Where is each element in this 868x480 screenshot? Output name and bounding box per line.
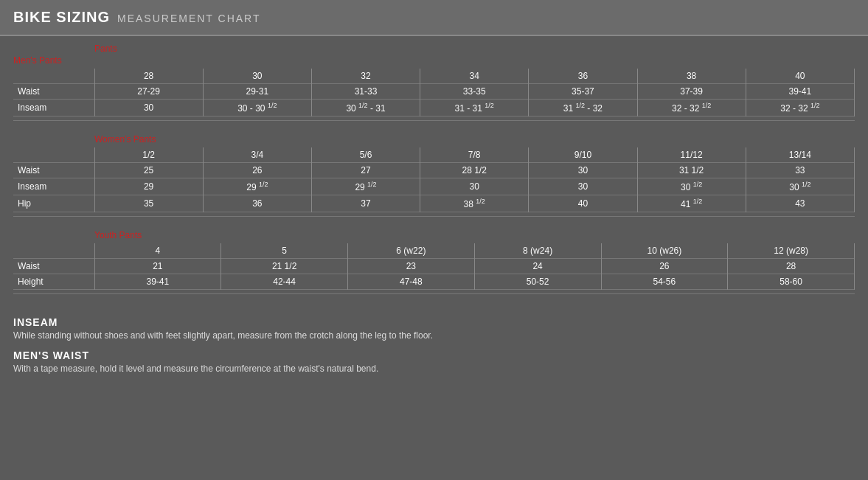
- content: Pants Men's Pants 28 30 32 34 36 38 40 W…: [0, 36, 868, 397]
- mens-pants-size-28: 28: [94, 69, 203, 84]
- youth-pants-spacer: [13, 290, 855, 294]
- mens-pants-inseam-row: Inseam 30 30 - 30 1/2 30 1/2 - 31 31 - 3…: [13, 100, 855, 116]
- youth-pants-title: Youth Pants: [94, 230, 855, 240]
- mens-pants-size-row: 28 30 32 34 36 38 40: [13, 69, 855, 84]
- header-subtitle: MEASUREMENT CHART: [117, 13, 261, 24]
- womens-size-1314: 13/14: [746, 147, 854, 163]
- womens-pants-table: 1/2 3/4 5/6 7/8 9/10 11/12 13/14 Waist 2…: [13, 147, 855, 217]
- inseam-description: While standing without shoes and with fe…: [13, 330, 855, 341]
- youth-size-8: 8 (w24): [474, 243, 601, 259]
- womens-size-56: 5/6: [311, 147, 420, 163]
- mens-pants-size-40: 40: [746, 69, 854, 84]
- pants-category-label: Pants: [94, 44, 855, 54]
- mens-pants-spacer: [13, 116, 855, 121]
- womens-pants-inseam-row: Inseam 29 29 1/2 29 1/2 30 30 30 1/2 30 …: [13, 178, 855, 195]
- youth-pants-section: Youth Pants 4 5 6 (w22) 8 (w24) 10 (w26)…: [13, 230, 855, 294]
- mens-pants-size-34: 34: [420, 69, 529, 84]
- mens-waist-description: With a tape measure, hold it level and m…: [13, 364, 855, 374]
- inseam-title: INSEAM: [13, 316, 855, 328]
- measurements-section: INSEAM While standing without shoes and …: [13, 309, 855, 374]
- womens-pants-hip-row: Hip 35 36 37 38 1/2 40 41 1/2 43: [13, 195, 855, 212]
- womens-size-910: 9/10: [529, 147, 637, 163]
- mens-pants-size-38: 38: [637, 69, 746, 84]
- youth-pants-height-row: Height 39-41 42-44 47-48 50-52 54-56 58-…: [13, 274, 855, 290]
- womens-size-1112: 11/12: [637, 147, 746, 163]
- mens-pants-size-36: 36: [529, 69, 637, 84]
- womens-pants-spacer: [13, 212, 855, 217]
- youth-size-5: 5: [221, 243, 348, 259]
- mens-pants-section: Men's Pants 28 30 32 34 36 38 40 Waist 2…: [13, 55, 855, 121]
- youth-size-6: 6 (w22): [348, 243, 475, 259]
- mens-pants-size-32: 32: [311, 69, 420, 84]
- mens-pants-size-30: 30: [203, 69, 311, 84]
- womens-size-34: 3/4: [203, 147, 311, 163]
- youth-pants-table: 4 5 6 (w22) 8 (w24) 10 (w26) 12 (w28) Wa…: [13, 243, 855, 294]
- mens-pants-waist-row: Waist 27-29 29-31 31-33 33-35 35-37 37-3…: [13, 84, 855, 100]
- womens-pants-waist-row: Waist 25 26 27 28 1/2 30 31 1/2 33: [13, 163, 855, 178]
- youth-size-4: 4: [94, 243, 221, 259]
- mens-waist-title: MEN'S WAIST: [13, 349, 855, 361]
- mens-pants-table: 28 30 32 34 36 38 40 Waist 27-29 29-31 3…: [13, 69, 855, 121]
- womens-pants-size-row: 1/2 3/4 5/6 7/8 9/10 11/12 13/14: [13, 147, 855, 163]
- womens-size-12: 1/2: [94, 147, 203, 163]
- youth-pants-size-row: 4 5 6 (w22) 8 (w24) 10 (w26) 12 (w28): [13, 243, 855, 259]
- womens-pants-title: Women's Pants: [94, 134, 855, 145]
- womens-pants-section: Women's Pants 1/2 3/4 5/6 7/8 9/10 11/12…: [13, 134, 855, 217]
- youth-size-10: 10 (w26): [601, 243, 728, 259]
- mens-pants-title: Men's Pants: [13, 55, 855, 66]
- youth-pants-waist-row: Waist 21 21 1/2 23 24 26 28: [13, 259, 855, 274]
- youth-size-12: 12 (w28): [728, 243, 855, 259]
- header-title: BIKE SIZING: [13, 9, 110, 26]
- womens-size-78: 7/8: [420, 147, 529, 163]
- header: BIKE SIZING MEASUREMENT CHART: [0, 0, 868, 36]
